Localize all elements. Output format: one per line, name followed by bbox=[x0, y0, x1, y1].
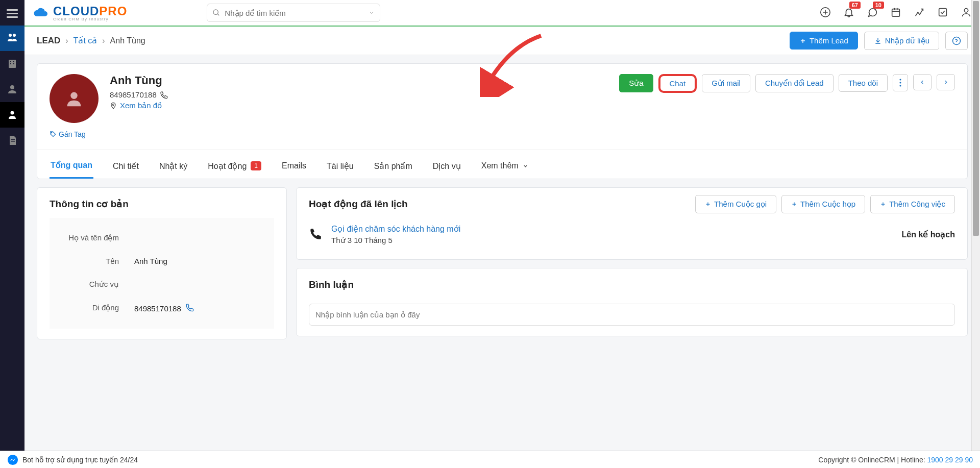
svg-point-8 bbox=[11, 111, 14, 115]
avatar bbox=[50, 74, 99, 123]
basic-info-card: Thông tin cơ bản Họ và tên đệm TênAnh Tù… bbox=[37, 187, 287, 339]
view-map-link[interactable]: Xem bản đồ bbox=[120, 101, 162, 110]
calendar-button[interactable] bbox=[890, 7, 901, 19]
tab-docs[interactable]: Tài liệu bbox=[326, 156, 355, 179]
help-button[interactable] bbox=[945, 32, 968, 50]
sidebar-item-contacts[interactable] bbox=[0, 77, 24, 102]
breadcrumb: LEAD › Tất cả › Anh Tùng bbox=[37, 36, 145, 46]
position-label: Chức vụ bbox=[58, 280, 134, 289]
send-mail-button[interactable]: Gửi mail bbox=[702, 74, 750, 92]
prev-record-button[interactable] bbox=[913, 74, 932, 90]
lastname-label: Họ và tên đệm bbox=[58, 233, 134, 242]
svg-point-17 bbox=[70, 92, 77, 99]
dots-vertical-icon bbox=[899, 79, 901, 87]
bell-badge: 67 bbox=[849, 2, 861, 9]
scheduled-activities-card: Thêm Cuộc gọi Thêm Cuộc họp Thêm Công vi… bbox=[296, 187, 968, 260]
sidebar-item-companies[interactable] bbox=[0, 51, 24, 77]
mobile-label: Di động bbox=[58, 303, 134, 313]
add-button[interactable] bbox=[820, 7, 831, 19]
lastname-value bbox=[134, 233, 266, 242]
tab-emails[interactable]: Emails bbox=[281, 156, 307, 179]
help-icon bbox=[952, 36, 961, 45]
activity-title: Gọi điện chăm sóc khách hàng mới bbox=[331, 224, 460, 234]
more-actions-button[interactable] bbox=[893, 74, 908, 91]
tab-overview[interactable]: Tổng quan bbox=[50, 156, 93, 179]
chevron-right-icon bbox=[943, 79, 948, 86]
phone-icon[interactable] bbox=[160, 91, 168, 99]
mobile-value: 84985170188 bbox=[134, 303, 266, 313]
plus-icon bbox=[799, 37, 806, 44]
search-bar[interactable] bbox=[207, 4, 380, 22]
firstname-value: Anh Tùng bbox=[134, 257, 266, 265]
search-input[interactable] bbox=[225, 9, 364, 17]
import-button[interactable]: Nhập dữ liệu bbox=[864, 32, 939, 50]
svg-rect-4 bbox=[13, 61, 14, 62]
svg-point-18 bbox=[113, 104, 114, 106]
analytics-button[interactable] bbox=[914, 7, 925, 19]
plus-icon bbox=[791, 201, 797, 207]
download-icon bbox=[874, 37, 882, 45]
add-task-button[interactable]: Thêm Công việc bbox=[870, 195, 955, 213]
tab-services[interactable]: Dịch vụ bbox=[432, 156, 462, 179]
vertical-scrollbar[interactable] bbox=[971, 0, 980, 451]
notification-bell[interactable]: 67 bbox=[843, 7, 854, 19]
tasks-button[interactable] bbox=[937, 7, 948, 19]
activity-status: Lên kế hoạch bbox=[902, 230, 955, 239]
sidebar bbox=[0, 0, 24, 468]
tag-icon bbox=[50, 131, 57, 138]
footer: Bot hỗ trợ sử dụng trực tuyến 24/24 Copy… bbox=[0, 451, 980, 468]
activity-item[interactable]: Gọi điện chăm sóc khách hàng mới Thứ 3 1… bbox=[309, 220, 955, 249]
chat-notifications[interactable]: 10 bbox=[867, 7, 878, 19]
tab-more[interactable]: Xem thêm bbox=[480, 156, 529, 179]
svg-rect-9 bbox=[11, 139, 15, 140]
comments-title: Bình luận bbox=[309, 279, 955, 290]
messenger-icon[interactable] bbox=[7, 454, 18, 465]
sidebar-item-leads[interactable] bbox=[0, 26, 24, 51]
comment-input[interactable] bbox=[309, 304, 955, 326]
tab-products[interactable]: Sản phẩm bbox=[373, 156, 413, 179]
chevron-down-icon bbox=[369, 10, 375, 16]
logo[interactable]: CLOUDPRO Cloud CRM By Industry bbox=[33, 4, 127, 21]
call-icon[interactable] bbox=[185, 303, 194, 313]
chat-button[interactable]: Chat bbox=[658, 74, 697, 93]
svg-rect-10 bbox=[11, 141, 15, 142]
svg-point-20 bbox=[899, 82, 901, 83]
add-call-button[interactable]: Thêm Cuộc gọi bbox=[695, 195, 776, 213]
topbar: CLOUDPRO Cloud CRM By Industry 67 10 bbox=[24, 0, 980, 27]
plus-icon bbox=[705, 201, 711, 207]
breadcrumb-root[interactable]: LEAD bbox=[37, 36, 60, 46]
lead-header-card: Anh Tùng 84985170188 Xem bản đồ Sửa Chat… bbox=[37, 63, 968, 179]
user-profile[interactable] bbox=[961, 7, 972, 19]
tabs: Tổng quan Chi tiết Nhật ký Hoạt động1 Em… bbox=[37, 150, 967, 179]
follow-button[interactable]: Theo dõi bbox=[839, 74, 888, 92]
add-lead-button[interactable]: Thêm Lead bbox=[790, 32, 858, 50]
sidebar-item-person[interactable] bbox=[0, 102, 24, 128]
svg-rect-3 bbox=[10, 61, 11, 62]
hotline-link[interactable]: 1900 29 29 90 bbox=[927, 456, 973, 464]
add-tag-link[interactable]: Gán Tag bbox=[50, 130, 86, 138]
tab-log[interactable]: Nhật ký bbox=[158, 156, 188, 179]
svg-point-0 bbox=[9, 34, 12, 37]
hamburger-menu[interactable] bbox=[0, 1, 24, 26]
bot-text: Bot hỗ trợ sử dụng trực tuyến 24/24 bbox=[22, 456, 138, 464]
add-meeting-button[interactable]: Thêm Cuộc họp bbox=[781, 195, 865, 213]
convert-lead-button[interactable]: Chuyển đổi Lead bbox=[755, 74, 834, 92]
location-icon bbox=[110, 102, 117, 109]
sidebar-item-documents[interactable] bbox=[0, 128, 24, 153]
subheader: LEAD › Tất cả › Anh Tùng Thêm Lead Nhập … bbox=[24, 27, 980, 55]
comments-card: Bình luận bbox=[296, 268, 968, 336]
edit-button[interactable]: Sửa bbox=[619, 74, 653, 92]
tab-activity[interactable]: Hoạt động1 bbox=[207, 156, 262, 179]
tab-detail[interactable]: Chi tiết bbox=[112, 156, 140, 179]
svg-rect-14 bbox=[939, 8, 947, 16]
next-record-button[interactable] bbox=[937, 74, 955, 90]
svg-point-21 bbox=[899, 85, 901, 86]
breadcrumb-all[interactable]: Tất cả bbox=[74, 36, 97, 45]
activity-badge: 1 bbox=[251, 161, 261, 170]
svg-point-19 bbox=[899, 79, 901, 80]
phone-activity-icon bbox=[309, 227, 322, 242]
svg-rect-5 bbox=[10, 63, 11, 64]
basic-info-title: Thông tin cơ bản bbox=[50, 198, 274, 210]
svg-rect-13 bbox=[892, 9, 900, 16]
firstname-label: Tên bbox=[58, 257, 134, 265]
